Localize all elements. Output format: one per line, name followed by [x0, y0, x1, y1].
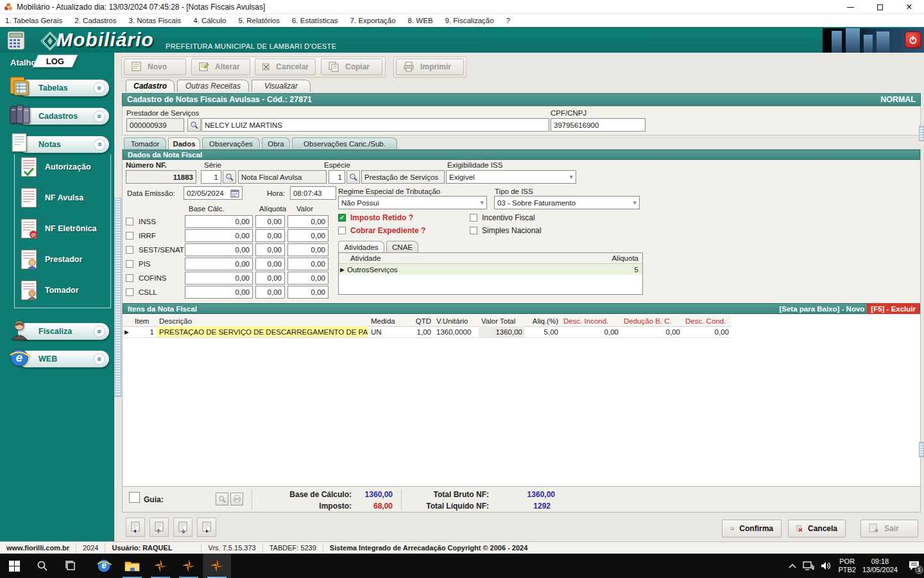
item-row[interactable]: ▶ 1 PRESTAÇAO DE SERVIÇO DE DESCARREGAME… [123, 326, 732, 338]
taskbar-app2-button[interactable] [175, 554, 203, 578]
sidebar-group-tabelas[interactable]: Tabelas » [18, 80, 109, 96]
tax-base-input[interactable]: 0,00 [185, 229, 253, 242]
simples-nacional-check[interactable]: Simples Nacional [470, 226, 542, 235]
regime-select[interactable]: Não Possui▾ [338, 196, 487, 209]
sidebar-item-nf-eletronica[interactable]: @ NF Eletrônica [19, 216, 109, 241]
menu-cadastros[interactable]: 2. Cadastros [74, 17, 116, 24]
sidebar-group-web[interactable]: WEB » [18, 351, 109, 367]
nav-prev-button[interactable] [150, 518, 169, 537]
menu-help[interactable]: ? [506, 17, 510, 24]
tax-base-input[interactable]: 0,00 [185, 243, 253, 256]
language-indicator[interactable]: POR PTB2 [838, 557, 856, 574]
chevron-down-icon[interactable]: » [94, 326, 105, 337]
menu-estatisticas[interactable]: 6. Estatísticas [292, 17, 338, 24]
tax-valor-input[interactable]: 0,00 [287, 229, 329, 242]
tab-outras-receitas[interactable]: Outras Receitas [177, 80, 249, 92]
sidebar-item-tomador[interactable]: Tomador [19, 277, 109, 303]
tipo-iss-select[interactable]: 03 - Sobre Faturamento▾ [494, 196, 640, 209]
confirma-button[interactable]: Confirma [722, 520, 782, 538]
prestador-code-input[interactable]: 000000939 [126, 118, 184, 132]
serie-input[interactable]: 1 [201, 170, 221, 184]
cancelar-button[interactable]: Cancelar [255, 58, 316, 75]
sidebar-item-autorizacao[interactable]: Autorização [19, 154, 109, 180]
taskbar-app3-button-active[interactable] [203, 554, 231, 578]
exigibilidade-select[interactable]: Exigivel▾ [446, 170, 576, 184]
sair-button[interactable]: Sair [860, 520, 918, 538]
cpf-input[interactable]: 39795616900 [551, 118, 646, 132]
tax-base-input[interactable]: 0,00 [185, 258, 253, 270]
chevron-down-icon[interactable]: » [94, 82, 105, 94]
pis-checkbox[interactable] [126, 260, 133, 268]
hora-input[interactable]: 08:07:43 [290, 186, 336, 200]
menu-calculo[interactable]: 4. Cálculo [193, 17, 226, 24]
tax-base-input[interactable]: 0,00 [185, 215, 253, 228]
atividade-row[interactable]: ▶ OutrosServiços 5 [339, 264, 642, 275]
tab-observacoes[interactable]: Observações [202, 137, 260, 150]
nav-next-button[interactable] [173, 518, 193, 537]
sidebar-item-prestador[interactable]: Prestador [19, 247, 109, 272]
tab-obra[interactable]: Obra [262, 137, 290, 150]
log-button[interactable]: LOG [33, 55, 78, 67]
start-button[interactable] [0, 554, 28, 578]
notification-center-button[interactable]: 1 [908, 560, 920, 572]
chevron-down-icon[interactable]: » [94, 353, 105, 365]
tax-aliq-input[interactable]: 0,00 [255, 229, 285, 242]
tax-aliq-input[interactable]: 0,00 [255, 258, 285, 270]
tax-aliq-input[interactable]: 0,00 [255, 243, 285, 256]
sidebar-item-nf-avulsa[interactable]: NF Avulsa [19, 185, 109, 211]
incentivo-fiscal-check[interactable]: Incentivo Fiscal [470, 213, 535, 222]
especie-search-button[interactable] [346, 170, 360, 184]
prestador-search-button[interactable] [187, 118, 201, 132]
clock[interactable]: 09:18 13/05/2024 [862, 557, 898, 574]
calendar-icon[interactable] [230, 189, 239, 198]
power-button[interactable] [905, 31, 921, 48]
chevron-down-icon[interactable]: » [94, 110, 105, 122]
right-splitter-handle[interactable] [919, 126, 924, 141]
tax-aliq-input[interactable]: 0,00 [255, 215, 285, 228]
alterar-button[interactable]: Alterar [191, 58, 250, 75]
sidebar-group-notas[interactable]: Notas » [18, 136, 109, 153]
sidebar-group-fiscaliza[interactable]: Fiscaliza » [18, 323, 109, 340]
especie-input[interactable]: 1 [329, 170, 345, 184]
sidebar-group-cadastros[interactable]: Cadastros » [18, 108, 109, 125]
csll-checkbox[interactable] [126, 288, 133, 296]
volume-icon[interactable] [821, 561, 832, 570]
tab-visualizar[interactable]: Visualizar [252, 80, 311, 92]
maximize-button[interactable] [865, 0, 894, 14]
imprimir-button[interactable]: Imprimir [396, 58, 464, 75]
sest-senat-checkbox[interactable] [126, 246, 133, 254]
tax-valor-input[interactable]: 0,00 [287, 243, 329, 256]
tab-tomador[interactable]: Tomador [124, 137, 166, 150]
data-emissao-input[interactable]: 02/05/2024 [184, 186, 243, 200]
tab-cadastro[interactable]: Cadastro [126, 80, 175, 92]
tab-cnae[interactable]: CNAE [386, 241, 418, 252]
taskbar-ie-button[interactable]: e [90, 554, 118, 578]
cofins-checkbox[interactable] [126, 274, 133, 282]
cancela-button[interactable]: Cancela [788, 520, 846, 538]
minimize-button[interactable] [835, 0, 865, 14]
taskbar-app1-button[interactable] [146, 554, 175, 578]
prestador-name-input[interactable]: NELCY LUIZ MARTINS [201, 118, 549, 132]
cobrar-expediente-check[interactable]: Cobrar Expediente ? [338, 226, 425, 235]
numero-input[interactable]: 11883 [126, 170, 196, 184]
tray-chevron-up-icon[interactable] [789, 563, 796, 568]
checked-checkbox-icon[interactable]: ✔ [338, 214, 346, 222]
tax-valor-input[interactable]: 0,00 [287, 215, 329, 228]
close-button[interactable]: × [894, 0, 924, 14]
menu-notas-fiscais[interactable]: 3. Notas Fiscais [129, 17, 182, 24]
imposto-retido-check[interactable]: ✔ Imposto Retido ? [338, 213, 413, 222]
tax-base-input[interactable]: 0,00 [185, 272, 253, 285]
right-splitter-handle[interactable] [919, 442, 924, 457]
unchecked-checkbox-icon[interactable] [338, 227, 346, 234]
inss-checkbox[interactable] [126, 218, 133, 225]
menu-tabelas-gerais[interactable]: 1. Tabelas Gerais [5, 17, 62, 24]
nav-last-button[interactable] [197, 518, 216, 537]
tab-dados[interactable]: Dados [168, 137, 200, 150]
taskbar-explorer-button[interactable] [118, 554, 146, 578]
menu-relatorios[interactable]: 5. Relatórios [238, 17, 280, 24]
tax-valor-input[interactable]: 0,00 [287, 272, 329, 285]
taskbar-search-button[interactable] [28, 554, 56, 578]
chevron-up-icon[interactable]: » [94, 139, 105, 150]
copiar-button[interactable]: Copiar [321, 58, 382, 75]
tax-base-input[interactable]: 0,00 [185, 286, 253, 299]
